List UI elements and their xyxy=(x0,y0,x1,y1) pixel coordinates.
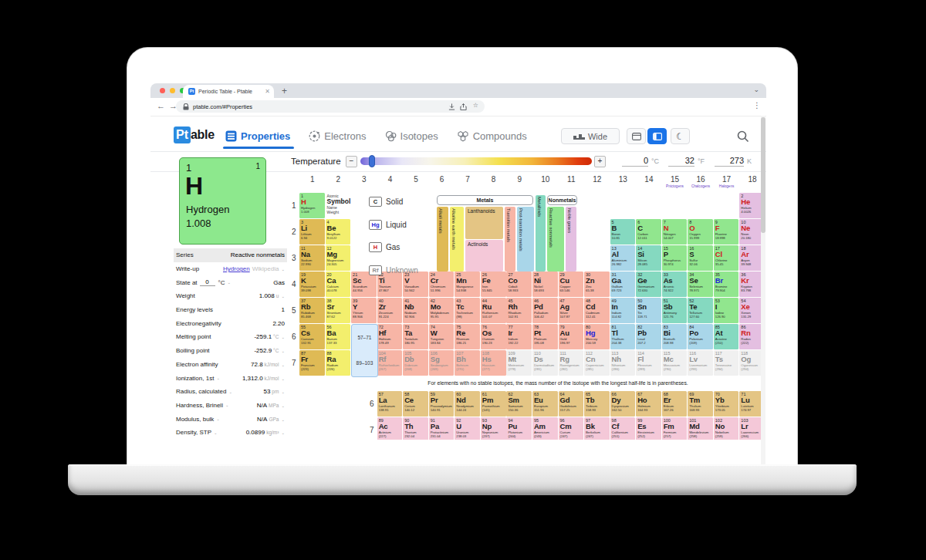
element-Mn[interactable]: 25MnManganese54.938 xyxy=(455,272,480,297)
element-Bh[interactable]: 107BhBohrium(270) xyxy=(455,350,480,376)
element-Re[interactable]: 75ReRhenium186.21 xyxy=(455,324,480,349)
element-Ra[interactable]: 88RaRadium(226) xyxy=(326,350,351,376)
element-Ir[interactable]: 77IrIridium192.22 xyxy=(506,324,532,349)
element-Eu[interactable]: 63EuEuropium151.96 xyxy=(532,391,558,417)
element-Ba[interactable]: 56BaBarium137.33 xyxy=(326,324,351,349)
legend-series-md[interactable]: Metalloids xyxy=(536,195,546,272)
element-Db[interactable]: 105DbDubnium(268) xyxy=(403,350,428,376)
element-H[interactable]: 1HHydrogen1.008 xyxy=(299,193,325,218)
element-Fr[interactable]: 87FrFrancium(223) xyxy=(299,350,325,376)
element-Ts[interactable]: 117TsTennessine(294) xyxy=(714,350,739,376)
chevron-down-icon[interactable]: ⌄ xyxy=(753,86,759,93)
value-caret-icon[interactable]: ⌄ xyxy=(281,294,285,299)
value-caret-icon[interactable]: ⌄ xyxy=(281,363,285,367)
value-caret-icon[interactable]: ⌄ xyxy=(281,417,285,422)
temperature-slider[interactable] xyxy=(360,157,592,165)
element-Ce[interactable]: 58CeCerium140.12 xyxy=(403,391,428,417)
label-caret-icon[interactable]: ⌄ xyxy=(228,280,231,285)
element-Gd[interactable]: 64GdGadolinium157.25 xyxy=(559,391,584,417)
value-caret-icon[interactable]: ⌄ xyxy=(281,376,285,381)
element-Se[interactable]: 34SeSelenium78.971 xyxy=(688,272,713,297)
element-Nh[interactable]: 113NhNihonium(286) xyxy=(610,350,636,376)
element-Si[interactable]: 14SiSilicon28.085 xyxy=(636,245,661,271)
dark-mode-button[interactable]: ☾ xyxy=(671,128,690,144)
celsius-field[interactable]: 0 °C xyxy=(622,156,659,167)
element-Ag[interactable]: 47AgSilver107.87 xyxy=(559,298,584,323)
element-Sm[interactable]: 62SmSamarium150.36 xyxy=(506,391,532,417)
element-Ga[interactable]: 31GaGallium69.723 xyxy=(610,272,636,297)
element-Na[interactable]: 11NaSodium22.990 xyxy=(299,245,325,271)
element-V[interactable]: 23VVanadium50.942 xyxy=(403,272,428,297)
ptable-logo[interactable]: Ptable xyxy=(174,127,215,143)
element-Al[interactable]: 13AlAluminium26.982 xyxy=(610,245,636,271)
layout-sidebar-button[interactable] xyxy=(647,128,667,144)
legend-series-ac[interactable]: Actinoids xyxy=(465,240,503,272)
tab-compounds[interactable]: Compounds xyxy=(457,130,527,142)
element-Sg[interactable]: 106SgSeaborgium(269) xyxy=(429,350,455,376)
legend-series-ae[interactable]: Alkaline earth metals xyxy=(450,207,464,272)
wide-button[interactable]: Wide xyxy=(561,128,620,144)
element-Pr[interactable]: 59PrPraseodymium140.91 xyxy=(429,391,455,417)
element-Sr[interactable]: 38SrStrontium87.62 xyxy=(326,298,351,323)
minimize-window-button[interactable] xyxy=(170,88,175,93)
element-Es[interactable]: 99EsEinsteinium(252) xyxy=(636,417,661,440)
writeup-link[interactable]: Hydrogen xyxy=(223,265,250,272)
element-La[interactable]: 57LaLanthanum138.91 xyxy=(377,391,403,417)
element-Pd[interactable]: 46PdPalladium106.42 xyxy=(532,298,558,323)
value-caret-icon[interactable]: ⌄ xyxy=(281,403,285,408)
label-caret-icon[interactable]: ⌄ xyxy=(214,430,218,435)
element-Au[interactable]: 79AuGold196.97 xyxy=(559,324,584,349)
new-tab-button[interactable]: + xyxy=(282,86,287,96)
element-Sc[interactable]: 21ScScandium44.956 xyxy=(351,272,377,297)
browser-menu-icon[interactable]: ⋮ xyxy=(753,101,761,110)
element-Lv[interactable]: 116LvLivermorium(293) xyxy=(688,350,713,376)
element-Te[interactable]: 52TeTellurium127.60 xyxy=(688,298,713,323)
element-Bi[interactable]: 83BiBismuth208.98 xyxy=(662,324,688,349)
element-Pu[interactable]: 94PuPlutonium(244) xyxy=(506,417,532,440)
element-Rh[interactable]: 45RhRhodium102.91 xyxy=(506,298,532,323)
element-U[interactable]: 92UUranium238.03 xyxy=(455,417,480,440)
element-W[interactable]: 74WTungsten183.84 xyxy=(429,324,455,349)
element-Hs[interactable]: 108HsHassium(277) xyxy=(481,350,506,376)
element-Li[interactable]: 3LiLithium6.94 xyxy=(299,219,325,245)
element-Pa[interactable]: 91PaProtactinium231.04 xyxy=(429,417,455,440)
element-K[interactable]: 19KPotassium39.098 xyxy=(299,272,325,297)
element-Dy[interactable]: 66DyDysprosium162.50 xyxy=(610,391,636,417)
element-Co[interactable]: 27CoCobalt58.933 xyxy=(506,272,532,297)
element-Tb[interactable]: 65TbTerbium158.93 xyxy=(584,391,610,417)
element-Nd[interactable]: 60NdNeodymium144.24 xyxy=(455,391,480,417)
element-Sn[interactable]: 50SnTin118.71 xyxy=(636,298,661,323)
search-icon[interactable] xyxy=(737,130,749,143)
share-icon[interactable] xyxy=(460,103,467,110)
element-C[interactable]: 6CCarbon12.011 xyxy=(636,219,661,245)
element-Mc[interactable]: 115McMoscovium(290) xyxy=(662,350,688,376)
element-S[interactable]: 16SSulfur32.06 xyxy=(688,245,713,271)
element-Th[interactable]: 90ThThorium232.04 xyxy=(403,417,428,440)
element-B[interactable]: 5BBoron10.81 xyxy=(610,219,636,245)
legend-series-ak[interactable]: Alkali metals xyxy=(437,207,448,272)
element-Yb[interactable]: 70YbYtterbium173.05 xyxy=(714,391,739,417)
back-icon[interactable]: ← xyxy=(157,101,165,110)
element-Cl[interactable]: 17ClChlorine35.45 xyxy=(714,245,739,271)
temperature-plus-button[interactable]: + xyxy=(594,156,606,167)
bookmark-star-icon[interactable]: ☆ xyxy=(473,102,478,109)
element-O[interactable]: 8OOxygen15.999 xyxy=(688,219,713,245)
tab-electrons[interactable]: Electrons xyxy=(309,130,366,142)
element-Os[interactable]: 76OsOsmium190.23 xyxy=(481,324,506,349)
element-N[interactable]: 7NNitrogen14.007 xyxy=(662,219,688,245)
element-Pt[interactable]: 78PtPlatinum195.08 xyxy=(532,324,558,349)
element-Zr[interactable]: 40ZrZirconium91.224 xyxy=(377,298,403,323)
element-Hf[interactable]: 72HfHafnium178.49 xyxy=(377,324,403,349)
element-Fe[interactable]: 26FeIron55.845 xyxy=(481,272,506,297)
element-Be[interactable]: 4BeBeryllium9.0122 xyxy=(326,219,351,245)
element-Ti[interactable]: 22TiTitanium47.867 xyxy=(377,272,403,297)
element-Cd[interactable]: 48CdCadmium112.41 xyxy=(584,298,610,323)
label-caret-icon[interactable]: ⌄ xyxy=(228,390,232,394)
element-Ds[interactable]: 110DsDarmstadtium(281) xyxy=(532,350,558,376)
element-Ge[interactable]: 32GeGermanium72.630 xyxy=(636,272,661,297)
value-caret-icon[interactable]: ⌄ xyxy=(281,335,285,339)
element-No[interactable]: 102NoNobelium(259) xyxy=(714,417,739,440)
element-Ta[interactable]: 73TaTantalum180.95 xyxy=(403,324,428,349)
fahrenheit-field[interactable]: 32 °F xyxy=(668,156,705,167)
label-caret-icon[interactable]: ⌄ xyxy=(216,417,220,421)
